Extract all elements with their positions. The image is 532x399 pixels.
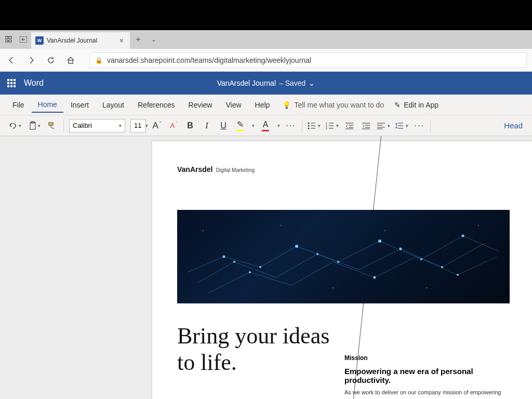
decrease-indent-button[interactable] [344,122,355,129]
document-canvas[interactable]: VanArsdel Digital Marketing [0,136,532,399]
mission-title: Empowering a new era of personal product… [344,367,516,384]
line-spacing-button[interactable]: ▾ [395,122,408,129]
ribbon-toolbar: ▾ ▾ Calibri▾ 11▾ A^ Aˇ B I U ✎▾ A▾ ··· ▾… [0,115,532,136]
url-text: vanarsdel.sharepoint.com/teams/digitalma… [107,56,311,64]
font-color-dropdown[interactable]: ▾ [277,123,280,128]
tab-close-icon[interactable]: × [117,35,126,46]
document-title: VanArsdel Journal [217,79,276,87]
forward-button[interactable] [25,54,37,66]
document-headline[interactable]: Bring your ideas to life. [177,323,343,376]
menu-view[interactable]: View [219,98,247,112]
bold-button[interactable]: B [184,121,196,130]
lock-icon: 🔒 [95,57,103,64]
align-button[interactable]: ▾ [377,122,390,129]
more-formatting-button[interactable]: ··· [285,121,297,130]
font-color-swatch [262,130,269,131]
svg-point-54 [384,230,385,231]
svg-point-48 [441,266,443,268]
url-input[interactable]: 🔒 vanarsdel.sharepoint.com/teams/digital… [89,52,527,68]
window-titlebar-black [0,0,532,30]
shrink-font-button[interactable]: Aˇ [168,122,179,129]
refresh-button[interactable] [45,54,57,66]
lightbulb-icon: 💡 [282,101,291,109]
menu-home[interactable]: Home [32,97,63,113]
brand-name: VanArsdel [177,165,212,174]
mission-label: Mission [344,354,516,362]
svg-point-14 [308,127,310,129]
svg-rect-2 [5,40,8,42]
format-painter-button[interactable] [47,119,58,132]
menu-review[interactable]: Review [182,98,219,112]
svg-point-41 [337,261,339,263]
more-paragraph-button[interactable]: ··· [414,121,425,130]
tab-actions-icon[interactable] [2,32,16,47]
chevron-down-icon: ⌄ [309,79,315,87]
svg-rect-0 [5,36,8,38]
svg-point-53 [281,225,282,226]
browser-tab-active[interactable]: W VanArsdel Journal × [31,32,130,49]
svg-rect-7 [30,123,35,129]
browser-address-bar: 🔒 vanarsdel.sharepoint.com/teams/digital… [0,49,532,72]
new-tab-button[interactable]: + [131,32,145,47]
svg-point-40 [295,245,298,248]
menu-bar: File Home Insert Layout References Revie… [0,95,532,115]
separator [302,119,302,132]
menu-help[interactable]: Help [249,98,276,112]
app-launcher-button[interactable] [7,79,16,87]
svg-rect-6 [69,60,73,63]
svg-rect-9 [49,123,53,125]
menu-references[interactable]: References [131,98,181,112]
svg-point-45 [233,261,235,263]
svg-point-10 [308,122,310,124]
increase-indent-button[interactable] [361,122,372,129]
svg-point-42 [378,240,381,243]
document-page[interactable]: VanArsdel Digital Marketing [152,141,532,399]
separator [63,119,64,132]
browser-tab-strip: W VanArsdel Journal × + ⌄ [0,30,532,49]
numbering-button[interactable]: 123▾ [326,122,339,129]
svg-point-57 [426,287,427,288]
italic-button[interactable]: I [201,121,212,130]
highlight-button[interactable]: ✎ [234,119,246,131]
brand-division: Digital Marketing [216,167,254,173]
undo-button[interactable]: ▾ [7,119,22,132]
svg-point-49 [249,271,251,273]
underline-button[interactable]: U [218,121,229,130]
app-header: Word VanArsdel Journal – Saved ⌄ [0,72,532,95]
back-button[interactable] [5,54,18,66]
menu-file[interactable]: File [6,98,31,112]
highlight-color-swatch [236,130,244,131]
styles-heading-button[interactable]: Head [502,121,525,130]
edit-in-app-button[interactable]: ✎ Edit in App [394,101,438,109]
paste-button[interactable]: ▾ [28,119,42,132]
svg-point-56 [332,287,334,288]
menu-insert[interactable]: Insert [64,98,95,112]
font-color-button[interactable]: A [260,120,271,131]
svg-point-50 [374,276,376,279]
set-aside-tabs-icon[interactable] [17,32,30,47]
font-color-letter: A [263,120,269,129]
mission-body: As we work to deliver on our company mis… [344,389,516,396]
document-save-status: – Saved [279,79,305,87]
tell-me-search[interactable]: 💡 Tell me what you want to do [282,101,384,109]
grow-font-button[interactable]: A^ [151,121,163,131]
svg-rect-8 [31,122,34,123]
tab-dropdown-icon[interactable]: ⌄ [147,32,161,47]
home-button[interactable] [64,54,77,66]
tell-me-label: Tell me what you want to do [294,101,384,109]
svg-point-38 [223,256,225,258]
svg-point-47 [400,248,402,250]
font-name-select[interactable]: Calibri▾ [69,119,125,132]
document-title-button[interactable]: VanArsdel Journal – Saved ⌄ [217,79,315,87]
font-size-select[interactable]: 11▾ [130,119,146,132]
highlight-dropdown[interactable]: ▾ [252,123,255,128]
edit-in-app-label: Edit in App [404,101,438,109]
bullets-button[interactable]: ▾ [308,122,321,129]
svg-rect-3 [9,40,11,42]
svg-rect-1 [9,36,11,38]
mission-section[interactable]: Mission Empowering a new era of personal… [344,354,516,396]
svg-point-44 [462,235,464,237]
svg-point-43 [420,258,422,260]
menu-layout[interactable]: Layout [96,98,130,112]
svg-point-52 [203,230,204,231]
